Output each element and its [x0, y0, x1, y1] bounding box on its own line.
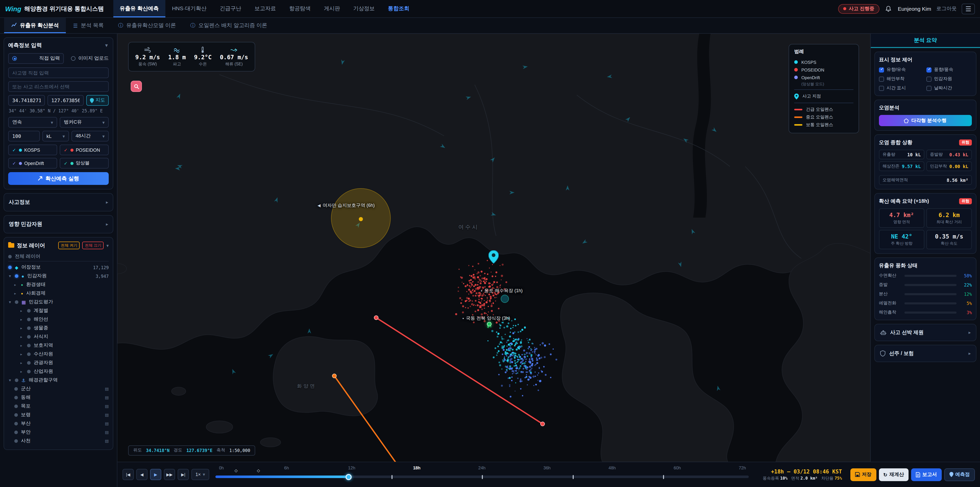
- nav-item-oil-spread[interactable]: 유출유 확산예측: [113, 0, 165, 18]
- layer-group-sensitivity[interactable]: ▼ ▦ 민감도평가: [8, 298, 109, 307]
- layer-toggle[interactable]: [27, 335, 30, 339]
- layer-toggle[interactable]: [15, 300, 18, 304]
- layer-toggle[interactable]: [27, 309, 30, 313]
- nav-item-aerial[interactable]: 항공탐색: [283, 0, 317, 18]
- incident-list-input[interactable]: [8, 81, 109, 92]
- save-button[interactable]: 저장: [850, 468, 876, 481]
- checkbox[interactable]: [926, 67, 932, 72]
- option-wind-dir[interactable]: 풍향/풍속: [926, 67, 972, 73]
- layer-kcg-busan[interactable]: 부산▤: [8, 419, 109, 428]
- layer-kcg-gunsan[interactable]: 군산▤: [8, 385, 109, 393]
- nav-item-hns[interactable]: HNS·대기확산: [165, 0, 213, 18]
- checkbox[interactable]: [879, 77, 884, 82]
- layer-toggle[interactable]: [14, 422, 18, 425]
- oil-type-select[interactable]: 벙커C유▾: [60, 117, 109, 128]
- report-button[interactable]: 보고서: [911, 468, 942, 481]
- pick-on-map-button[interactable]: 지도: [86, 95, 109, 106]
- recalculate-button[interactable]: ↻ 재계산: [879, 468, 908, 481]
- timeline-handle[interactable]: [345, 474, 352, 480]
- option-datetime[interactable]: 날짜시간: [926, 85, 972, 91]
- unit-select[interactable]: kL▾: [42, 131, 69, 142]
- map-canvas[interactable]: 여수시 화양면 9.2 m/s 풍속 (SW) 1.8 m 파고: [118, 34, 870, 461]
- tab-spread-analysis[interactable]: 유출유 확산분석: [4, 18, 66, 33]
- layer-toggle[interactable]: [14, 404, 18, 408]
- option-time-display[interactable]: 시간 표시: [879, 85, 924, 91]
- tab-boom-algorithm-theory[interactable]: ⓘ 오일펜스 배치 알고리즘 이론: [183, 18, 274, 33]
- layer-tourism-resource[interactable]: ▸관광자원: [8, 359, 109, 367]
- all-layers-row[interactable]: 전체 레이어: [8, 252, 109, 262]
- timeline-rail[interactable]: ◇ ◇: [215, 476, 749, 478]
- fence-event-marker[interactable]: ◇: [257, 468, 260, 473]
- latitude-input[interactable]: [8, 95, 45, 106]
- nav-item-reports[interactable]: 보고자료: [248, 0, 283, 18]
- all-layers-off-button[interactable]: 전체 끄기: [83, 241, 104, 249]
- nav-item-integrated-search[interactable]: 통합조회: [381, 0, 416, 18]
- nav-item-rescue[interactable]: 긴급구난: [213, 0, 248, 18]
- layer-group-sensitive[interactable]: ▼ ● 민감자원 3,947: [8, 272, 109, 280]
- layer-kcg-buan[interactable]: 부안▤: [8, 428, 109, 437]
- fence-endpoint[interactable]: [541, 422, 545, 426]
- layer-toggle[interactable]: [14, 431, 18, 434]
- model-chip-poseidon[interactable]: ✓ POSEIDON: [60, 145, 109, 155]
- checkbox[interactable]: [926, 77, 932, 82]
- option-current-dir[interactable]: 유향/유속: [879, 67, 924, 73]
- layer-kcg-sacheon[interactable]: 사천▤: [8, 437, 109, 445]
- layer-seasonal[interactable]: ▸계절별: [8, 307, 109, 315]
- step-back-button[interactable]: ◀: [136, 469, 148, 480]
- layer-toggle[interactable]: [27, 326, 30, 330]
- layer-toggle[interactable]: [8, 266, 12, 269]
- logout-button[interactable]: 로그아웃: [936, 5, 957, 12]
- skip-start-button[interactable]: |◀: [123, 469, 134, 480]
- playback-speed-select[interactable]: 1×▾: [191, 469, 209, 480]
- amount-input[interactable]: [8, 131, 40, 142]
- layer-group-kcg[interactable]: ▼ ⚓ 해경관할구역: [8, 376, 109, 385]
- longitude-input[interactable]: [47, 95, 84, 106]
- tab-analysis-list[interactable]: ☰ 분석 목록: [66, 18, 111, 33]
- layer-fishery[interactable]: ◆ 어장정보 17,129: [8, 263, 109, 272]
- model-chip-ensemble[interactable]: ✓ 앙상블: [60, 158, 109, 169]
- ensemble-marker[interactable]: [487, 322, 492, 326]
- layer-toggle[interactable]: [14, 387, 18, 391]
- incident-location-pin[interactable]: [488, 250, 499, 265]
- play-button[interactable]: ▶: [150, 469, 161, 480]
- all-layers-on-button[interactable]: 전체 켜기: [59, 241, 80, 249]
- fence-endpoint[interactable]: [374, 316, 378, 320]
- layer-toggle[interactable]: [8, 255, 12, 259]
- duration-select[interactable]: 48시간▾: [72, 131, 109, 142]
- layer-toggle[interactable]: [14, 413, 18, 417]
- nav-item-board[interactable]: 게시판: [317, 0, 347, 18]
- layer-toggle[interactable]: [15, 274, 18, 278]
- vessel-spec-accordion[interactable]: 사고 선박 제원 ▸: [874, 324, 977, 341]
- option-sensitive-resource[interactable]: 민감자원: [926, 76, 972, 82]
- polygon-analysis-button[interactable]: 다각형 분석수행: [879, 115, 972, 126]
- checkbox[interactable]: [926, 86, 932, 91]
- layer-species[interactable]: ▸생물종: [8, 324, 109, 332]
- checkbox[interactable]: [879, 86, 884, 91]
- prediction-point-button[interactable]: 예측점: [944, 468, 975, 481]
- model-chip-opendrift[interactable]: ✓ OpenDrift: [8, 158, 57, 169]
- radio-direct-input[interactable]: 직접 입력: [8, 53, 64, 64]
- skip-end-button[interactable]: ▶|: [178, 469, 189, 480]
- analysis-summary-header[interactable]: 분석 요약: [871, 34, 980, 48]
- layer-toggle[interactable]: [27, 361, 30, 365]
- fast-forward-button[interactable]: ▶▶: [164, 469, 175, 480]
- owner-insurance-accordion[interactable]: 선주 / 보험 ▸: [874, 345, 977, 362]
- run-prediction-button[interactable]: 확산예측 실행: [8, 172, 109, 185]
- spill-mode-select[interactable]: 연속▾: [8, 117, 57, 128]
- layer-toggle[interactable]: [27, 318, 30, 321]
- layer-coastline[interactable]: ▸해안선: [8, 315, 109, 324]
- fence-event-marker[interactable]: ◇: [234, 468, 238, 473]
- layer-kcg-mokpo[interactable]: 목포▤: [8, 402, 109, 410]
- layer-toggle[interactable]: [14, 396, 18, 399]
- notification-bell-icon[interactable]: [885, 5, 893, 13]
- prediction-input-header[interactable]: 예측정보 입력 ▼: [8, 42, 109, 49]
- layer-kcg-boryeong[interactable]: 보령▤: [8, 410, 109, 419]
- layer-env-ecology[interactable]: ▸ ● 환경생태: [8, 280, 109, 289]
- layer-socio-economy[interactable]: ▸ ● 사회경제: [8, 289, 109, 298]
- radio-image-upload[interactable]: 이미지 업로드: [71, 53, 109, 64]
- impact-resources-accordion[interactable]: 영향 민감자원▸: [3, 215, 113, 233]
- layer-toggle[interactable]: [27, 344, 30, 347]
- layer-habitat[interactable]: ▸서식지: [8, 332, 109, 341]
- map-pick-tool-button[interactable]: [130, 81, 142, 92]
- fence-endpoint[interactable]: [332, 374, 336, 378]
